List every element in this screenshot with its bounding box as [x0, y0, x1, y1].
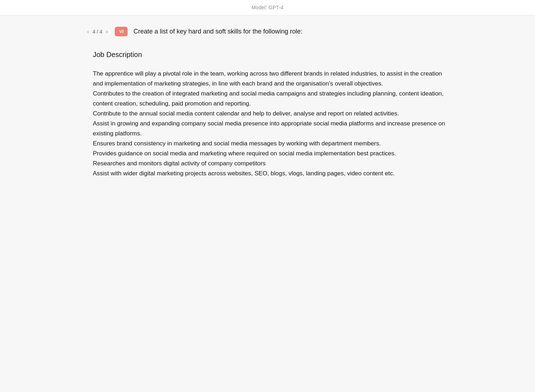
pagination-next[interactable]: › [104, 28, 109, 36]
pagination-display: 4 / 4 [93, 29, 102, 35]
job-description-paragraph: The apprentice will play a pivotal role … [93, 69, 449, 89]
main-content: ‹ 4 / 4 › VI Create a list of key hard a… [72, 15, 464, 190]
job-description-paragraph: Researches and monitors digital activity… [93, 159, 449, 169]
prompt-row: ‹ 4 / 4 › VI Create a list of key hard a… [86, 27, 449, 36]
content-block: Job Description The apprentice will play… [86, 51, 449, 179]
job-description-paragraph: Provides guidance on social media and ma… [93, 149, 449, 159]
prompt-text: Create a list of key hard and soft skill… [133, 27, 302, 36]
job-description-paragraph: Contribute to the annual social media co… [93, 109, 449, 119]
job-description-paragraph: Ensures brand consistency in marketing a… [93, 139, 449, 149]
model-label: Model: GPT-4 [252, 5, 284, 10]
vi-badge: VI [115, 27, 128, 36]
job-description-heading: Job Description [93, 51, 449, 59]
job-description-paragraph: Contributes to the creation of integrate… [93, 89, 449, 109]
pagination-prev[interactable]: ‹ [86, 28, 91, 36]
job-description-paragraph: Assist with wider digital marketing proj… [93, 169, 449, 179]
job-description-body: The apprentice will play a pivotal role … [93, 69, 449, 179]
job-description-paragraph: Assist in growing and expanding company … [93, 119, 449, 139]
pagination: ‹ 4 / 4 › [86, 28, 109, 36]
top-bar: Model: GPT-4 [0, 0, 535, 15]
